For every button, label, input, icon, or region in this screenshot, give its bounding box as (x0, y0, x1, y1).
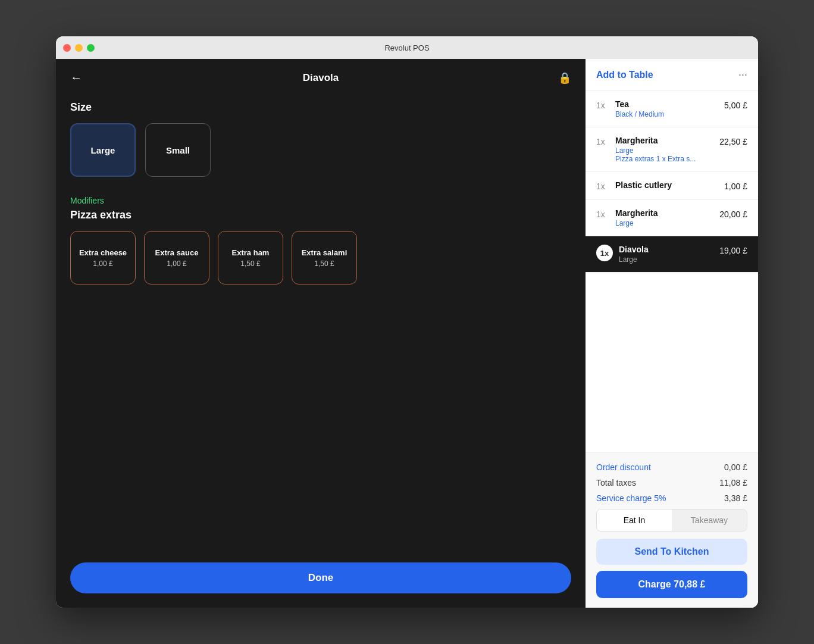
order-item-margherita1-sub2: Pizza extras 1 x Extra s... (615, 155, 713, 163)
order-item-margherita2-price: 20,00 £ (719, 208, 747, 219)
order-item-margherita1-details: Margherita Large Pizza extras 1 x Extra … (615, 136, 713, 163)
order-item-margherita2-name: Margherita (615, 208, 713, 218)
eat-in-button[interactable]: Eat In (597, 509, 672, 531)
more-options-icon[interactable]: ··· (738, 68, 747, 81)
order-item-cutlery-details: Plastic cutlery (615, 180, 718, 191)
extra-sauce-button[interactable]: Extra sauce 1,00 £ (144, 231, 209, 285)
order-item-cutlery-qty: 1x (596, 180, 609, 191)
extra-ham-name: Extra ham (232, 248, 270, 257)
add-to-table-label: Add to Table (596, 70, 653, 80)
order-item-diavola-sub: Large (619, 255, 713, 264)
done-button[interactable]: Done (70, 562, 571, 593)
pizza-extras-label: Pizza extras (70, 209, 571, 221)
back-button[interactable]: ← (70, 71, 82, 85)
extra-ham-price: 1,50 £ (240, 260, 260, 268)
left-header: ← Diavola 🔒 (56, 59, 586, 96)
page-title: Diavola (303, 72, 339, 84)
modifiers-label: Modifiers (70, 196, 571, 205)
right-header: Add to Table ··· (586, 59, 758, 91)
left-panel: ← Diavola 🔒 Size Large Small Modifiers P… (56, 59, 586, 608)
takeaway-button[interactable]: Takeaway (672, 509, 747, 531)
done-btn-container: Done (56, 553, 586, 608)
order-item-diavola-details: Diavola Large (619, 245, 713, 264)
extra-sauce-name: Extra sauce (155, 248, 199, 257)
order-item-margherita1-qty: 1x (596, 136, 609, 146)
extra-salami-button[interactable]: Extra salami 1,50 £ (292, 231, 357, 285)
main-content: ← Diavola 🔒 Size Large Small Modifiers P… (56, 59, 758, 608)
order-item-cutlery[interactable]: 1x Plastic cutlery 1,00 £ (586, 172, 758, 200)
size-small-button[interactable]: Small (145, 123, 211, 177)
charge-button[interactable]: Charge 70,88 £ (596, 571, 747, 598)
order-item-tea-qty: 1x (596, 99, 609, 110)
order-item-diavola-name: Diavola (619, 245, 713, 254)
service-charge-row: Service charge 5% 3,38 £ (596, 493, 747, 503)
extras-grid: Extra cheese 1,00 £ Extra sauce 1,00 £ E… (70, 231, 571, 285)
service-charge-label[interactable]: Service charge 5% (596, 493, 666, 503)
close-button[interactable] (63, 44, 71, 52)
order-item-diavola[interactable]: 1x Diavola Large 19,00 £ (586, 236, 758, 273)
extra-ham-button[interactable]: Extra ham 1,50 £ (218, 231, 283, 285)
right-panel: Add to Table ··· 1x Tea Black / Medium 5… (586, 59, 758, 608)
traffic-lights (63, 44, 95, 52)
size-section-label: Size (70, 101, 571, 114)
titlebar: Revolut POS (56, 36, 758, 59)
order-item-diavola-price: 19,00 £ (719, 245, 747, 255)
order-list: 1x Tea Black / Medium 5,00 £ 1x Margheri… (586, 91, 758, 452)
size-options: Large Small (70, 123, 571, 177)
order-item-tea-details: Tea Black / Medium (615, 99, 718, 118)
total-taxes-label: Total taxes (596, 478, 636, 487)
order-item-margherita1-sub: Large (615, 146, 713, 155)
order-item-tea[interactable]: 1x Tea Black / Medium 5,00 £ (586, 91, 758, 127)
order-item-tea-name: Tea (615, 99, 718, 109)
order-item-tea-price: 5,00 £ (724, 99, 747, 110)
order-item-margherita1-price: 22,50 £ (719, 136, 747, 146)
left-body: Size Large Small Modifiers Pizza extras … (56, 96, 586, 553)
order-item-margherita2-qty: 1x (596, 208, 609, 219)
total-taxes-value: 11,08 £ (719, 478, 747, 487)
order-item-cutlery-price: 1,00 £ (724, 180, 747, 191)
extra-salami-price: 1,50 £ (314, 260, 334, 268)
extra-cheese-button[interactable]: Extra cheese 1,00 £ (70, 231, 136, 285)
order-item-diavola-qty-circle: 1x (596, 245, 613, 261)
extra-cheese-name: Extra cheese (79, 248, 127, 257)
order-item-tea-sub: Black / Medium (615, 110, 718, 118)
app-title: Revolut POS (384, 43, 429, 52)
extra-cheese-price: 1,00 £ (93, 260, 112, 268)
order-item-margherita1-name: Margherita (615, 136, 713, 145)
app-window: Revolut POS ← Diavola 🔒 Size Large Small… (56, 36, 758, 608)
lock-icon: 🔒 (558, 71, 571, 85)
size-large-button[interactable]: Large (70, 123, 136, 177)
order-discount-label[interactable]: Order discount (596, 462, 651, 472)
minimize-button[interactable] (75, 44, 83, 52)
right-footer: Order discount 0,00 £ Total taxes 11,08 … (586, 452, 758, 608)
order-discount-row: Order discount 0,00 £ (596, 462, 747, 472)
total-taxes-row: Total taxes 11,08 £ (596, 478, 747, 487)
fullscreen-button[interactable] (87, 44, 95, 52)
order-item-margherita2-details: Margherita Large (615, 208, 713, 227)
order-discount-value: 0,00 £ (724, 462, 747, 472)
service-charge-value: 3,38 £ (724, 493, 747, 503)
order-item-cutlery-name: Plastic cutlery (615, 180, 718, 190)
order-item-margherita2-sub: Large (615, 219, 713, 227)
extra-salami-name: Extra salami (302, 248, 347, 257)
eat-in-toggle: Eat In Takeaway (596, 509, 747, 532)
order-item-margherita1[interactable]: 1x Margherita Large Pizza extras 1 x Ext… (586, 127, 758, 172)
extra-sauce-price: 1,00 £ (167, 260, 186, 268)
order-item-margherita2[interactable]: 1x Margherita Large 20,00 £ (586, 200, 758, 236)
send-to-kitchen-button[interactable]: Send To Kitchen (596, 539, 747, 565)
